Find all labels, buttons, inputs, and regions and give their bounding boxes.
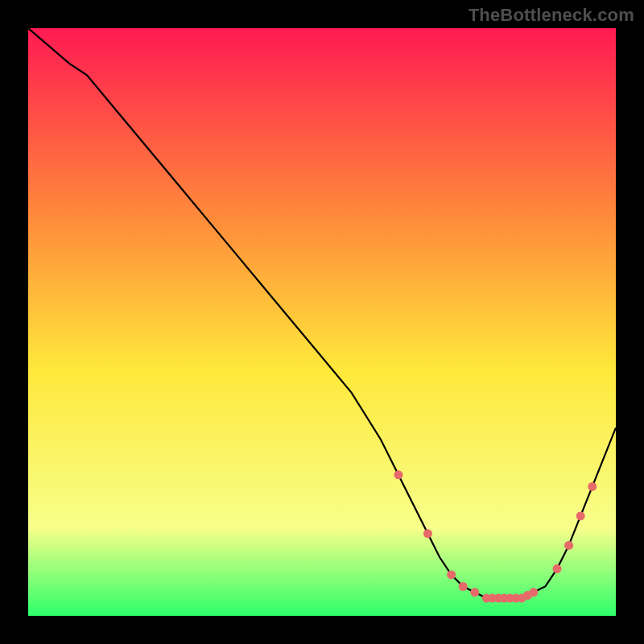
- marker-dot: [470, 588, 479, 597]
- watermark-text: TheBottleneck.com: [469, 5, 634, 26]
- chart-container: TheBottleneck.com: [0, 0, 644, 644]
- marker-dot: [576, 511, 585, 520]
- marker-dot: [529, 588, 538, 597]
- gradient-bg: [28, 28, 616, 616]
- marker-dot: [459, 582, 468, 591]
- marker-dot: [553, 564, 562, 573]
- marker-dot: [394, 470, 402, 479]
- plot-svg: [28, 28, 616, 616]
- marker-dot: [447, 570, 456, 579]
- plot-area: [28, 28, 616, 616]
- marker-dot: [423, 529, 432, 538]
- marker-dot: [564, 541, 573, 550]
- marker-dot: [588, 482, 597, 491]
